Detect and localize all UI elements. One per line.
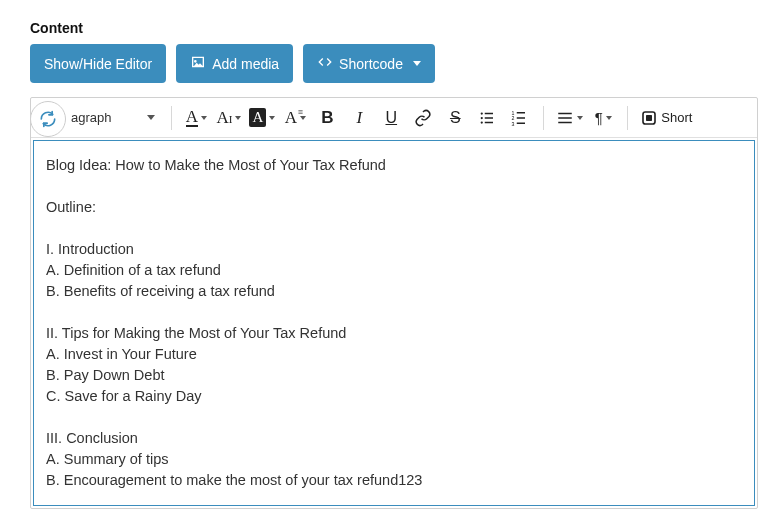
svg-point-0	[481, 112, 483, 114]
format-value: agraph	[71, 110, 111, 125]
svg-rect-16	[646, 115, 652, 121]
chevron-down-icon	[235, 116, 241, 120]
editor-line: B. Benefits of receiving a tax refund	[46, 281, 742, 302]
chevron-down-icon	[577, 116, 583, 120]
svg-rect-12	[559, 112, 573, 114]
link-button[interactable]	[407, 102, 439, 134]
editor-line	[46, 176, 742, 197]
editor-line: C. Save for a Rainy Day	[46, 386, 742, 407]
svg-rect-13	[559, 117, 573, 119]
svg-rect-7	[517, 112, 525, 114]
underline-icon: U	[386, 109, 398, 127]
editor-line: A. Invest in Your Future	[46, 344, 742, 365]
strikethrough-button[interactable]: S	[439, 102, 471, 134]
code-icon	[317, 54, 333, 73]
pilcrow-icon: ¶	[595, 109, 603, 126]
text-color-icon: A	[186, 108, 198, 127]
svg-rect-9	[517, 117, 525, 119]
chevron-down-icon	[147, 115, 155, 120]
bullet-list-button[interactable]	[471, 102, 503, 134]
bold-icon: B	[321, 108, 333, 128]
italic-icon: I	[356, 108, 362, 128]
sync-icon	[38, 109, 58, 129]
bold-button[interactable]: B	[311, 102, 343, 134]
svg-rect-3	[485, 117, 493, 119]
font-size-button[interactable]: AI	[212, 102, 245, 134]
highlight-icon: A	[249, 108, 266, 127]
svg-text:3: 3	[512, 120, 515, 126]
text-color-button[interactable]: A	[180, 102, 212, 134]
editor-line: Outline:	[46, 197, 742, 218]
add-media-button[interactable]: Add media	[176, 44, 293, 83]
editor-textarea[interactable]: Blog Idea: How to Make the Most of Your …	[33, 140, 755, 506]
content-label: Content	[30, 20, 758, 36]
editor-line: III. Conclusion	[46, 428, 742, 449]
svg-rect-1	[485, 112, 493, 114]
paragraph-button[interactable]: ¶	[587, 102, 619, 134]
underline-button[interactable]: U	[375, 102, 407, 134]
shortcode-label: Shortcode	[339, 56, 403, 72]
font-size-icon: AI	[216, 108, 232, 128]
editor-line: A. Definition of a tax refund	[46, 260, 742, 281]
editor-line	[46, 302, 742, 323]
separator	[171, 106, 172, 130]
svg-rect-5	[485, 121, 493, 123]
svg-point-2	[481, 116, 483, 118]
short-label: Short	[661, 110, 692, 125]
svg-point-4	[481, 121, 483, 123]
add-media-label: Add media	[212, 56, 279, 72]
shortcode-button[interactable]: Shortcode	[303, 44, 435, 83]
editor-container: agraph A AI A A≡ B I U	[30, 97, 758, 509]
chevron-down-icon	[201, 116, 207, 120]
align-icon	[556, 109, 574, 127]
strikethrough-icon: S	[450, 109, 461, 127]
editor-line: A. Summary of tips	[46, 449, 742, 470]
italic-button[interactable]: I	[343, 102, 375, 134]
line-height-icon: A≡	[285, 108, 297, 128]
numbered-list-icon: 1 2 3	[510, 109, 528, 127]
chevron-down-icon	[269, 116, 275, 120]
editor-line	[46, 407, 742, 428]
editor-line: Blog Idea: How to Make the Most of Your …	[46, 155, 742, 176]
square-icon	[640, 109, 658, 127]
bullet-list-icon	[478, 109, 496, 127]
chevron-down-icon	[606, 116, 612, 120]
separator	[627, 106, 628, 130]
format-dropdown[interactable]: agraph	[63, 106, 163, 129]
line-height-button[interactable]: A≡	[279, 102, 311, 134]
highlight-button[interactable]: A	[245, 102, 279, 134]
image-icon	[190, 54, 206, 73]
editor-line	[46, 218, 742, 239]
link-icon	[414, 109, 432, 127]
align-button[interactable]	[552, 102, 587, 134]
separator	[543, 106, 544, 130]
editor-toolbar: agraph A AI A A≡ B I U	[31, 98, 757, 138]
show-hide-editor-button[interactable]: Show/Hide Editor	[30, 44, 166, 83]
svg-rect-14	[559, 121, 573, 123]
short-button[interactable]: Short	[636, 102, 696, 134]
show-hide-editor-label: Show/Hide Editor	[44, 56, 152, 72]
editor-line: II. Tips for Making the Most of Your Tax…	[46, 323, 742, 344]
numbered-list-button[interactable]: 1 2 3	[503, 102, 535, 134]
chevron-down-icon	[413, 61, 421, 66]
editor-line: B. Pay Down Debt	[46, 365, 742, 386]
refresh-button[interactable]	[30, 101, 66, 137]
svg-rect-11	[517, 122, 525, 124]
editor-line: I. Introduction	[46, 239, 742, 260]
action-button-row: Show/Hide Editor Add media Shortcode	[30, 44, 758, 83]
editor-line: B. Encouragement to make the most of you…	[46, 470, 742, 491]
